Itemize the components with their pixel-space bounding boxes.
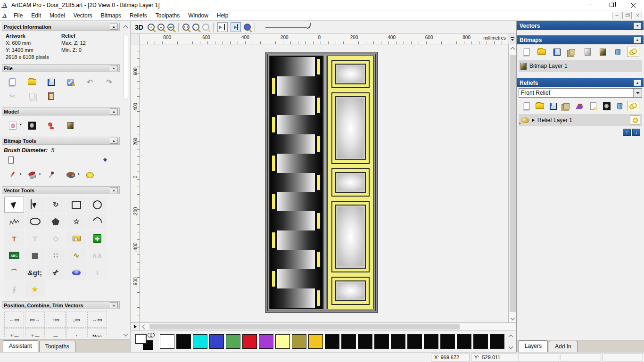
align-left-tool[interactable]: ←▭ (4, 312, 24, 328)
create-polyline-tool[interactable] (4, 214, 24, 230)
paste-text-block-tool[interactable]: ABC (4, 247, 24, 263)
wrap-text-tool[interactable]: T (25, 230, 45, 247)
menu-window[interactable]: Window (184, 12, 213, 19)
move-layer-up-button[interactable]: ↑ (623, 129, 631, 136)
assistant-scroll-thumb[interactable] (123, 34, 128, 100)
mdi-minimize-button[interactable] (612, 12, 621, 19)
swatch-black-7[interactable] (407, 334, 422, 349)
ruler-units-dropdown[interactable] (508, 34, 516, 44)
vector-doctor-tool[interactable]: ★ (25, 281, 45, 297)
fillet-tool[interactable]: ⌒ (4, 264, 24, 280)
show-hidden-panel-button[interactable] (131, 323, 140, 330)
set-model-size-icon[interactable] (3, 118, 22, 132)
relief-visibility-page-icon[interactable] (587, 101, 599, 111)
create-polygon-tool[interactable] (46, 214, 66, 230)
expand-vectors-button[interactable]: ▼ (634, 23, 641, 29)
create-ellipse-tool[interactable] (25, 214, 45, 230)
menu-file[interactable]: File (9, 12, 27, 19)
align-bottom-tool[interactable]: ↓▭ (66, 312, 86, 328)
bitmap-layer-preview-icon[interactable] (596, 47, 609, 57)
swatch-pale-yellow[interactable] (275, 334, 290, 349)
swatch-black-9[interactable] (440, 334, 455, 349)
envelope-distort-tool[interactable]: ▦ (25, 247, 45, 263)
swatch-black[interactable] (176, 334, 191, 349)
nesting-tool[interactable]: Nes (87, 329, 107, 337)
colour-palette-icon[interactable] (61, 168, 80, 182)
brush-diameter-slider[interactable] (5, 156, 117, 164)
swatch-black-10[interactable] (457, 334, 471, 349)
fit-curve-to-points-tool[interactable]: ∿ (66, 247, 86, 263)
collapse-model-button[interactable]: ▲ (110, 108, 118, 115)
center-horizontal-tool[interactable]: ↔▭ (87, 312, 107, 328)
merge-relief-layers-icon[interactable] (561, 101, 573, 111)
menu-help[interactable]: Help (213, 12, 233, 19)
collapse-position-button[interactable]: ▲ (110, 302, 118, 308)
tab-assistant[interactable]: Assistant (3, 340, 38, 352)
center-in-page-tool[interactable]: ⊤▭ (4, 329, 24, 337)
swatch-black-12[interactable] (490, 334, 504, 349)
toggle-relief-visibility-icon[interactable] (627, 101, 639, 111)
save-model-icon[interactable] (41, 75, 61, 89)
preview-relief-button[interactable] (244, 24, 251, 31)
swatch-gold[interactable] (308, 334, 323, 349)
center-in-page-2-tool[interactable]: ⊤▭ (25, 329, 45, 337)
menu-edit[interactable]: Edit (27, 12, 45, 19)
menu-toolpaths[interactable]: Toolpaths (151, 12, 184, 19)
relief-select-dropdown[interactable]: Front Relief (519, 88, 642, 98)
menu-vectors[interactable]: Vectors (69, 12, 97, 19)
swatch-black-3[interactable] (341, 334, 356, 349)
relief-layer-visibility-button[interactable] (630, 115, 640, 125)
create-text-tool[interactable]: T (4, 230, 24, 247)
v-scroll-down-icon[interactable] (511, 313, 514, 322)
h-scroll-left-icon[interactable] (140, 324, 149, 329)
tab-add-in[interactable]: Add In (549, 341, 578, 352)
greyscale-relief-icon[interactable] (601, 101, 613, 111)
swatch-purple[interactable] (259, 334, 273, 349)
zoom-in-button[interactable]: + (148, 24, 155, 31)
open-bitmap-layer-icon[interactable] (536, 47, 548, 57)
swatch-black-2[interactable] (325, 334, 339, 349)
paste-center-tool[interactable]: ▭ (46, 329, 66, 337)
new-model-icon[interactable] (3, 75, 22, 89)
swatch-green[interactable] (226, 334, 240, 349)
create-circle-tool[interactable] (87, 197, 107, 213)
palette-scroll-down-icon[interactable] (509, 344, 512, 349)
model-properties-icon[interactable]: ✓ (61, 75, 80, 89)
palette-scrollbar[interactable] (508, 332, 513, 351)
2d-view-canvas[interactable] (140, 44, 508, 322)
zoom-fit-button[interactable]: ▭ (192, 24, 199, 31)
delete-bitmap-layer-icon[interactable] (612, 47, 624, 57)
move-layer-down-button[interactable]: ↓ (632, 129, 640, 136)
h-scroll-thumb[interactable] (149, 324, 460, 329)
link-colours-icon[interactable] (148, 333, 154, 337)
create-star-tool[interactable]: ☆ (66, 214, 86, 230)
new-relief-layer-icon[interactable] (520, 101, 533, 111)
scroll-down-icon[interactable] (122, 331, 129, 338)
zoom-out-button[interactable]: − (157, 24, 165, 31)
swatch-black-6[interactable] (391, 334, 405, 349)
collapse-reliefs-button[interactable]: ▲ (634, 80, 641, 86)
undo-icon[interactable]: ↶ (80, 75, 99, 89)
create-rectangle-tool[interactable] (66, 197, 86, 213)
minimize-button[interactable] (579, 0, 601, 10)
swatch-white[interactable] (160, 334, 174, 349)
block-paste-along-curve-tool[interactable]: ∷ (46, 247, 66, 263)
primary-colour-swatch[interactable] (135, 334, 147, 344)
relief-dropdown-arrow-icon[interactable] (633, 89, 642, 97)
new-bitmap-layer-icon[interactable] (520, 47, 533, 57)
menu-model[interactable]: Model (45, 12, 69, 19)
copy-icon[interactable] (22, 89, 41, 103)
collapse-bitmap-tools-button[interactable]: ▲ (110, 138, 118, 144)
assistant-scrollbar[interactable] (122, 22, 129, 339)
collapse-project-information-button[interactable]: ▲ (110, 24, 118, 30)
swatch-olive[interactable] (292, 334, 306, 349)
ruler-origin-button[interactable] (131, 34, 140, 44)
greyscale-bitmap-icon[interactable] (581, 47, 594, 57)
align-top-tool[interactable]: ↑▭ (46, 312, 66, 328)
section-tool[interactable]: ∮ (4, 281, 24, 297)
scroll-up-icon[interactable] (122, 25, 129, 32)
close-button[interactable] (622, 0, 644, 10)
tab-layers[interactable]: Layers (519, 340, 548, 352)
snap-to-grid-toggle[interactable] (217, 22, 228, 32)
join-vectors-tool[interactable]: &gt; (25, 264, 45, 280)
